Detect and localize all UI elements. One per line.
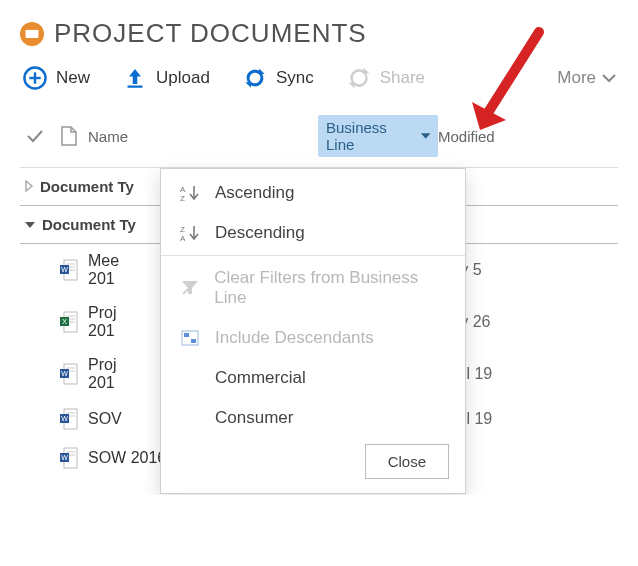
word-icon: W xyxy=(50,408,88,430)
svg-rect-5 xyxy=(128,86,143,88)
toolbar: New Upload Sync Share More xyxy=(20,61,618,109)
chevron-down-icon xyxy=(602,68,616,88)
clear-filters-item: Clear Filters from Business Line xyxy=(161,258,465,318)
word-icon: W xyxy=(50,363,88,385)
filter-option-commercial[interactable]: Commercial xyxy=(161,358,465,398)
svg-text:X: X xyxy=(62,318,67,325)
hierarchy-icon xyxy=(179,330,201,346)
clear-filters-label: Clear Filters from Business Line xyxy=(214,268,447,308)
svg-text:Z: Z xyxy=(180,225,185,234)
file-name: Proj xyxy=(88,356,116,373)
excel-icon: X xyxy=(50,311,88,333)
group-label: Document Ty xyxy=(40,178,134,195)
svg-text:W: W xyxy=(61,415,68,422)
filter-option-label: Consumer xyxy=(215,408,293,428)
group-label: Document Ty xyxy=(42,216,136,233)
word-icon: W xyxy=(50,447,88,469)
caret-down-icon xyxy=(24,216,36,233)
word-icon: W xyxy=(50,259,88,281)
svg-text:W: W xyxy=(61,266,68,273)
upload-icon xyxy=(122,65,148,91)
sort-ascending-label: Ascending xyxy=(215,183,294,203)
svg-text:A: A xyxy=(180,185,186,194)
upload-label: Upload xyxy=(156,68,210,88)
select-all-check[interactable] xyxy=(20,129,50,143)
file-name2: 201 xyxy=(88,322,115,339)
share-button[interactable]: Share xyxy=(346,65,425,91)
filter-option-label: Commercial xyxy=(215,368,306,388)
sort-asc-icon: AZ xyxy=(179,184,201,202)
svg-rect-39 xyxy=(184,333,189,337)
include-descendants-item: Include Descendants xyxy=(161,318,465,358)
file-name2: 201 xyxy=(88,374,115,391)
file-name: SOV xyxy=(88,410,122,427)
column-business-line-label: Business Line xyxy=(326,119,415,153)
more-button[interactable]: More xyxy=(557,68,616,88)
file-name2: 201 xyxy=(88,270,115,287)
svg-text:W: W xyxy=(61,370,68,377)
column-header-row: Name Business Line Modified xyxy=(20,109,618,168)
new-label: New xyxy=(56,68,90,88)
chevron-down-icon xyxy=(421,132,430,140)
sort-descending-item[interactable]: ZA Descending xyxy=(161,213,465,253)
svg-text:Z: Z xyxy=(180,194,185,202)
sync-label: Sync xyxy=(276,68,314,88)
column-modified[interactable]: Modified xyxy=(438,128,618,145)
menu-separator xyxy=(161,255,465,256)
column-filter-dropdown: AZ Ascending ZA Descending Clear Filters… xyxy=(160,168,466,494)
upload-button[interactable]: Upload xyxy=(122,65,210,91)
svg-rect-1 xyxy=(26,29,39,31)
sort-ascending-item[interactable]: AZ Ascending xyxy=(161,173,465,213)
sort-descending-label: Descending xyxy=(215,223,305,243)
new-button[interactable]: New xyxy=(22,65,90,91)
sort-desc-icon: ZA xyxy=(179,224,201,242)
column-name[interactable]: Name xyxy=(88,128,318,145)
filter-clear-icon xyxy=(179,280,200,296)
file-name: Mee xyxy=(88,252,119,269)
share-icon xyxy=(346,65,372,91)
page-header: PROJECT DOCUMENTS xyxy=(20,18,618,49)
caret-right-icon xyxy=(24,178,34,195)
close-button[interactable]: Close xyxy=(365,444,449,479)
share-label: Share xyxy=(380,68,425,88)
svg-rect-40 xyxy=(191,339,196,343)
file-type-header[interactable] xyxy=(50,126,88,146)
sync-icon xyxy=(242,65,268,91)
page-title: PROJECT DOCUMENTS xyxy=(54,18,367,49)
svg-text:W: W xyxy=(61,454,68,461)
sync-button[interactable]: Sync xyxy=(242,65,314,91)
column-business-line[interactable]: Business Line xyxy=(318,115,438,157)
library-icon xyxy=(20,22,44,46)
file-name: Proj xyxy=(88,304,116,321)
plus-icon xyxy=(22,65,48,91)
filter-option-consumer[interactable]: Consumer xyxy=(161,398,465,438)
svg-text:A: A xyxy=(180,234,186,242)
include-descendants-label: Include Descendants xyxy=(215,328,374,348)
more-label: More xyxy=(557,68,596,88)
